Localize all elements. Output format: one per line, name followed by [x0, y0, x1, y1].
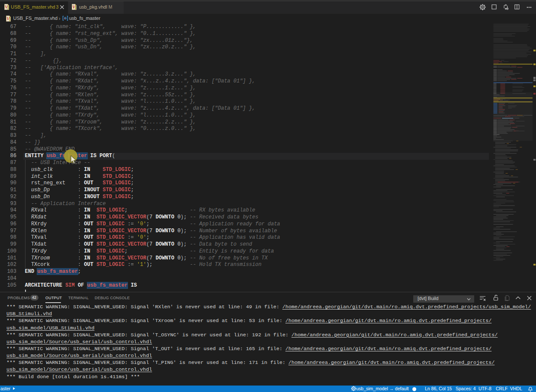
svg-text:V: V [7, 17, 10, 21]
svg-text:V: V [73, 5, 76, 9]
svg-text:V: V [5, 5, 8, 9]
